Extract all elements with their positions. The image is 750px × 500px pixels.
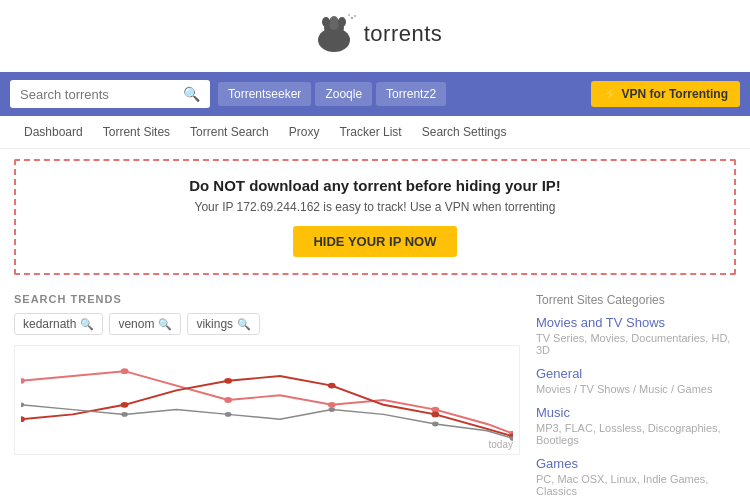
svg-point-17 [328,383,336,389]
main-nav: Dashboard Torrent Sites Torrent Search P… [0,116,750,149]
trend-tag-kedarnath[interactable]: kedarnath 🔍 [14,313,103,335]
chart-today-label: today [489,439,513,450]
svg-point-6 [354,15,356,17]
trend-tag-label: vikings [196,317,233,331]
trend-tag-vikings[interactable]: vikings 🔍 [187,313,260,335]
nav-torrent-search[interactable]: Torrent Search [180,122,279,142]
search-icon: 🔍 [158,318,172,331]
quick-links: Torrentseeker Zooqle Torrentz2 [218,82,446,106]
sidebar-category-music[interactable]: Music MP3, FLAC, Lossless, Discographies… [536,405,736,446]
svg-point-7 [348,14,350,16]
sidebar-category-general[interactable]: General Movies / TV Shows / Music / Game… [536,366,736,395]
sidebar-cat-name: Games [536,456,736,471]
nav-tracker-list[interactable]: Tracker List [329,122,411,142]
svg-point-16 [224,378,232,384]
quick-link-torrentseeker[interactable]: Torrentseeker [218,82,311,106]
trend-tag-label: kedarnath [23,317,76,331]
sidebar: Torrent Sites Categories Movies and TV S… [536,293,736,500]
svg-point-22 [225,412,231,417]
svg-point-8 [21,378,25,384]
sidebar-cat-desc: PC, Mac OSX, Linux, Indie Games, Classic… [536,473,736,497]
svg-point-3 [322,17,330,27]
search-icon: 🔍 [80,318,94,331]
warning-subtitle: Your IP 172.69.244.162 is easy to track!… [32,200,718,214]
sidebar-category-movies[interactable]: Movies and TV Shows TV Series, Movies, D… [536,315,736,356]
trend-tag-venom[interactable]: venom 🔍 [109,313,181,335]
sidebar-category-games[interactable]: Games PC, Mac OSX, Linux, Indie Games, C… [536,456,736,497]
svg-point-24 [432,422,438,427]
trend-tag-label: venom [118,317,154,331]
quick-link-zooqle[interactable]: Zooqle [315,82,372,106]
svg-point-14 [21,416,25,422]
warning-title: Do NOT download any torrent before hidin… [32,177,718,194]
search-button[interactable]: 🔍 [183,86,200,102]
svg-point-10 [224,397,232,403]
svg-point-2 [329,16,339,30]
hide-ip-button[interactable]: HIDE YOUR IP NOW [293,226,456,257]
trend-tags: kedarnath 🔍 venom 🔍 vikings 🔍 [14,313,520,335]
nav-proxy[interactable]: Proxy [279,122,330,142]
vpn-button[interactable]: ⚡ VPN for Torrenting [591,81,740,107]
svg-point-20 [21,402,24,407]
logo-container: torrents [308,10,443,58]
svg-point-18 [431,412,439,418]
chart-container: today [14,345,520,455]
header: torrents [0,0,750,72]
trends-chart [21,352,513,448]
sidebar-cat-name: Movies and TV Shows [536,315,736,330]
svg-point-21 [121,412,127,417]
trends-title: SEARCH TRENDS [14,293,520,305]
search-input-wrapper[interactable]: 🔍 [10,80,210,108]
sidebar-cat-name: Music [536,405,736,420]
svg-point-15 [121,402,129,408]
svg-point-9 [121,368,129,374]
sidebar-cat-desc: TV Series, Movies, Documentaries, HD, 3D [536,332,736,356]
main-content: SEARCH TRENDS kedarnath 🔍 venom 🔍 viking… [0,285,750,500]
quick-link-torrentz2[interactable]: Torrentz2 [376,82,446,106]
nav-search-settings[interactable]: Search Settings [412,122,517,142]
sidebar-cat-desc: Movies / TV Shows / Music / Games [536,383,736,395]
logo-icon [308,10,360,58]
trends-section: SEARCH TRENDS kedarnath 🔍 venom 🔍 viking… [14,293,520,500]
svg-point-11 [328,402,336,408]
sidebar-cat-name: General [536,366,736,381]
nav-torrent-sites[interactable]: Torrent Sites [93,122,180,142]
svg-point-5 [351,17,353,19]
sidebar-cat-desc: MP3, FLAC, Lossless, Discographies, Boot… [536,422,736,446]
search-bar: 🔍 Torrentseeker Zooqle Torrentz2 ⚡ VPN f… [0,72,750,116]
sidebar-title: Torrent Sites Categories [536,293,736,307]
nav-dashboard[interactable]: Dashboard [14,122,93,142]
search-input[interactable] [20,87,183,102]
search-icon: 🔍 [237,318,251,331]
warning-banner: Do NOT download any torrent before hidin… [14,159,736,275]
svg-point-4 [338,17,346,27]
svg-point-23 [329,407,335,412]
logo-text: torrents [364,21,443,47]
